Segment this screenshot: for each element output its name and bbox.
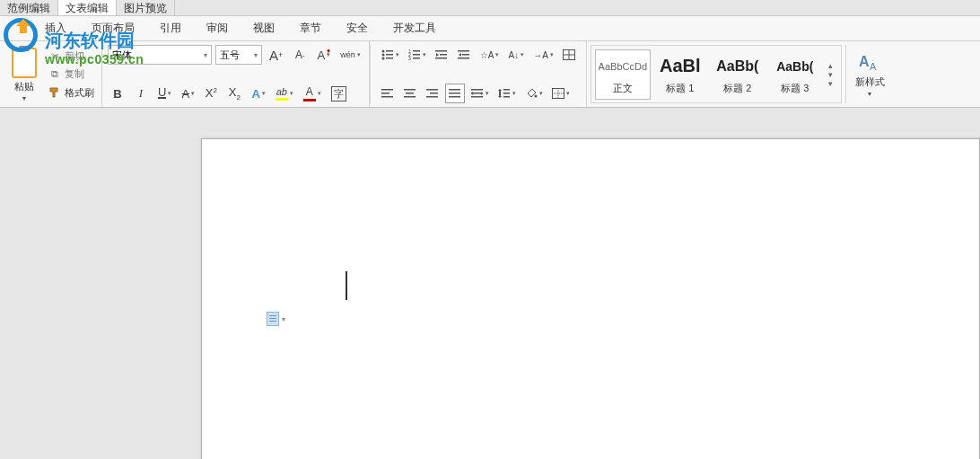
brush-icon — [48, 86, 61, 99]
svg-rect-5 — [386, 57, 393, 59]
borders-icon — [552, 88, 564, 99]
ribbon-tab-security[interactable]: 安全 — [334, 17, 381, 40]
strikethrough-button[interactable]: A — [178, 84, 197, 103]
clipboard-group: 粘贴 ▾ ✂ 剪切 ⧉ 复制 格式刷 — [0, 41, 102, 107]
cut-button[interactable]: ✂ 剪切 — [48, 47, 94, 65]
distributed-button[interactable] — [468, 84, 492, 103]
tab-settings-button[interactable]: →A — [529, 45, 556, 65]
styles-scroll-down[interactable]: ▾ — [828, 70, 833, 79]
ribbon-tab-review[interactable]: 审阅 — [194, 17, 241, 40]
chevron-down-icon: ▾ — [282, 315, 285, 323]
bullets-button[interactable] — [378, 45, 402, 65]
outdent-icon — [435, 49, 448, 60]
justify-button[interactable] — [445, 84, 465, 103]
format-painter-button[interactable]: 格式刷 — [48, 84, 94, 102]
ribbon-tab-insert[interactable]: 插入 — [32, 17, 79, 40]
styles-scroll-up[interactable]: ▴ — [828, 61, 833, 70]
font-color-button[interactable]: A — [300, 84, 324, 103]
text-effects-button[interactable]: A — [248, 84, 267, 103]
borders-button[interactable] — [548, 84, 573, 103]
sort-button[interactable]: A↓ — [504, 45, 527, 65]
subscript-button[interactable]: X2 — [224, 84, 244, 103]
table-icon — [563, 49, 575, 60]
svg-rect-33 — [471, 89, 483, 91]
align-center-button[interactable] — [400, 84, 420, 103]
svg-rect-7 — [413, 50, 420, 52]
svg-rect-38 — [503, 96, 510, 98]
shading-button[interactable] — [521, 84, 546, 103]
numbering-button[interactable]: 123 — [405, 45, 429, 65]
workspace-tabs: 范例编辑 文表编辑 图片预览 — [0, 0, 980, 16]
svg-rect-21 — [381, 89, 393, 91]
style-heading2[interactable]: AaBb( 标题 2 — [710, 49, 766, 100]
highlight-button[interactable]: ab — [272, 84, 296, 103]
highlight-swatch — [276, 98, 288, 101]
paste-options-popup[interactable]: ▾ — [267, 312, 285, 326]
font-name-select[interactable]: 宋体 ▾ — [108, 45, 212, 65]
change-case-button[interactable]: A♦ — [313, 45, 333, 65]
paste-button[interactable]: 粘贴 ▾ — [6, 45, 42, 102]
svg-rect-24 — [404, 89, 416, 91]
styles-expand[interactable]: ▾ — [828, 79, 833, 88]
svg-rect-11 — [413, 57, 420, 59]
distribute-icon — [471, 88, 484, 99]
underline-button[interactable]: U — [154, 84, 174, 103]
new-style-button[interactable]: A A 新样式 ▾ — [846, 41, 894, 107]
workspace-tab-image-preview[interactable]: 图片预览 — [117, 0, 175, 15]
shrink-font-button[interactable]: A- — [290, 45, 310, 65]
indent-icon — [458, 49, 470, 60]
svg-rect-25 — [406, 93, 414, 94]
align-center-icon — [404, 88, 416, 99]
paste-options-icon — [267, 312, 279, 326]
new-style-label: 新样式 — [855, 75, 885, 89]
align-right-button[interactable] — [423, 84, 442, 103]
cut-label: 剪切 — [65, 49, 84, 63]
svg-rect-1 — [386, 50, 393, 52]
bold-button[interactable]: B — [108, 84, 127, 103]
svg-rect-27 — [426, 89, 438, 91]
paste-label: 粘贴 — [14, 80, 34, 93]
scissors-icon: ✂ — [48, 49, 61, 62]
style-heading1[interactable]: AaBl 标题 1 — [652, 49, 708, 100]
style-normal[interactable]: AaBbCcDd 正文 — [595, 49, 651, 100]
style-heading3[interactable]: AaBb( 标题 3 — [767, 49, 823, 100]
line-spacing-button[interactable] — [494, 84, 519, 103]
ribbon-tab-developer[interactable]: 开发工具 — [381, 17, 449, 40]
ribbon-tab-page-layout[interactable]: 页面布局 — [79, 17, 147, 40]
workspace-tab-text-table-edit[interactable]: 文表编辑 — [58, 0, 117, 15]
svg-rect-16 — [462, 54, 469, 56]
document-page[interactable]: ▾ — [201, 138, 980, 459]
copy-button[interactable]: ⧉ 复制 — [48, 66, 94, 84]
align-right-icon — [426, 88, 439, 99]
superscript-button[interactable]: X2 — [201, 84, 221, 103]
character-border-button[interactable]: 字 — [328, 84, 350, 103]
align-left-button[interactable] — [378, 84, 398, 103]
svg-rect-36 — [503, 89, 510, 91]
align-left-icon — [381, 88, 394, 99]
svg-point-4 — [381, 57, 384, 60]
copy-label: 复制 — [65, 67, 84, 81]
font-size-select[interactable]: 五号 ▾ — [215, 45, 262, 65]
ribbon-tab-view[interactable]: 视图 — [241, 17, 287, 40]
svg-rect-32 — [449, 96, 460, 98]
svg-rect-9 — [413, 54, 420, 56]
insert-table-button[interactable] — [559, 45, 579, 65]
italic-button[interactable]: I — [131, 84, 151, 103]
text-direction-button[interactable]: ☆A — [477, 45, 503, 65]
ribbon-tab-section[interactable]: 章节 — [287, 17, 334, 40]
ribbon-toolbar: 粘贴 ▾ ✂ 剪切 ⧉ 复制 格式刷 宋体 — [0, 41, 980, 108]
justify-icon — [449, 88, 461, 99]
increase-indent-button[interactable] — [454, 45, 474, 65]
ribbon-tab-references[interactable]: 引用 — [147, 17, 194, 40]
decrease-indent-button[interactable] — [432, 45, 451, 65]
styles-gallery: AaBbCcDd 正文 AaBl 标题 1 AaBb( 标题 2 AaBb( 标… — [591, 45, 842, 103]
svg-rect-22 — [381, 93, 389, 94]
paragraph-group: 123 ☆A A↓ →A — [371, 41, 587, 107]
phonetic-guide-button[interactable]: wén — [337, 45, 363, 65]
numbering-icon: 123 — [408, 49, 421, 60]
style-normal-label: 正文 — [613, 82, 633, 95]
paint-bucket-icon — [525, 88, 538, 99]
grow-font-button[interactable]: A+ — [266, 45, 286, 65]
workspace-tab-template-edit[interactable]: 范例编辑 — [0, 0, 58, 15]
svg-rect-37 — [503, 93, 510, 94]
